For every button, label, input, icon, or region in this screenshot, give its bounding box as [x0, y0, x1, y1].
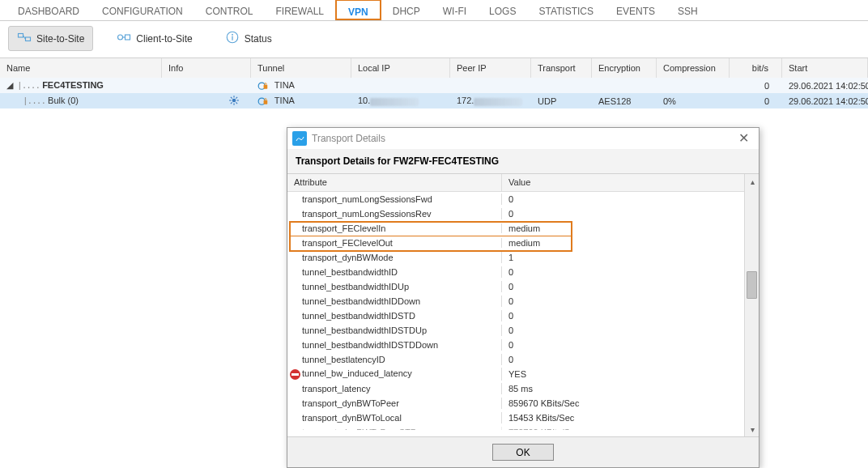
svg-rect-3 [126, 35, 130, 40]
tab-logs[interactable]: LOGS [478, 0, 527, 21]
tab-vpn[interactable]: VPN [335, 0, 381, 20]
transport-details-dialog: Transport Details ✕ Transport Details fo… [287, 127, 760, 468]
status-button[interactable]: Status [216, 26, 281, 51]
row-compression: 0% [657, 95, 730, 108]
attr-value: 0 [502, 208, 744, 219]
attr-name: transport_FEClevelIn [287, 223, 502, 233]
grid-header: Name Info Tunnel Local IP Peer IP Transp… [0, 58, 868, 78]
client-to-site-button[interactable]: Client-to-Site [108, 26, 201, 51]
lock-icon [257, 79, 269, 92]
vpn-sub-toolbar: Site-to-Site Client-to-Site Status [0, 21, 868, 57]
attr-col-attribute[interactable]: Attribute [287, 174, 502, 191]
scrollbar[interactable]: ▴ ▾ [744, 174, 759, 436]
attr-row[interactable]: tunnel_bw_induced_latencyYES [287, 367, 744, 381]
attr-row[interactable]: transport_FEClevelOutmedium [287, 236, 744, 250]
attr-row[interactable]: tunnel_bestbandwidthIDSTD0 [287, 308, 744, 323]
svg-line-15 [236, 102, 237, 104]
col-local-ip[interactable]: Local IP [351, 58, 450, 78]
scroll-up-icon[interactable]: ▴ [745, 174, 759, 189]
attr-row[interactable]: transport_dynBWToPeer859670 KBits/Sec [287, 396, 744, 411]
row-peer-ip: 172. [457, 96, 474, 105]
svg-line-16 [231, 102, 232, 104]
attr-value: 85 ms [502, 383, 744, 394]
app-icon [292, 131, 307, 146]
svg-rect-1 [26, 37, 31, 41]
tab-dhcp[interactable]: DHCP [381, 0, 432, 21]
attr-row[interactable]: tunnel_bestbandwidthID0 [287, 265, 744, 279]
row-local-ip: 10. [358, 96, 370, 105]
attr-value: 0 [502, 194, 744, 205]
col-compression[interactable]: Compression [657, 58, 730, 78]
attr-value: 0 [502, 310, 744, 321]
attr-value: medium [502, 238, 744, 248]
tab-events[interactable]: EVENTS [605, 0, 666, 21]
expand-triangle-icon[interactable]: ◢ [6, 80, 13, 91]
attr-value: 0 [502, 339, 744, 351]
tab-dashboard[interactable]: DASHBOARD [6, 0, 91, 21]
attr-name: transport_dynBWToPeerSTD [287, 427, 502, 430]
attr-name: tunnel_bestbandwidthIDSTDUp [287, 325, 502, 336]
svg-rect-19 [264, 100, 268, 104]
attr-row[interactable]: transport_dynBWToPeerSTD772702 KBits/Sec [287, 425, 744, 430]
attr-name: tunnel_bestlatencyID [287, 354, 502, 365]
dialog-titlebar[interactable]: Transport Details ✕ [287, 128, 759, 149]
tab-wifi[interactable]: WI-FI [432, 0, 478, 21]
table-row[interactable]: ◢ |.... FEC4TESTING TINA 0 29.06.2021 14… [0, 78, 868, 93]
attr-row[interactable]: tunnel_bestbandwidthIDSTDDown0 [287, 338, 744, 352]
tab-statistics[interactable]: STATISTICS [527, 0, 605, 21]
client-to-site-icon [117, 30, 131, 47]
attr-row[interactable]: tunnel_bestbandwidthIDUp0 [287, 279, 744, 294]
col-transport[interactable]: Transport [531, 58, 592, 78]
attr-row[interactable]: transport_numLongSessionsFwd0 [287, 192, 744, 206]
site-to-site-label: Site-to-Site [36, 33, 84, 45]
row-name: Bulk (0) [48, 96, 79, 105]
tab-configuration[interactable]: CONFIGURATION [91, 0, 194, 21]
attr-name: tunnel_bestbandwidthIDDown [287, 296, 502, 307]
tab-control[interactable]: CONTROL [194, 0, 265, 21]
scroll-thumb[interactable] [747, 271, 757, 299]
col-start[interactable]: Start [782, 58, 868, 78]
client-to-site-label: Client-to-Site [136, 33, 192, 45]
svg-point-5 [232, 34, 233, 36]
attr-value: 15453 KBits/Sec [502, 412, 744, 423]
attr-row[interactable]: transport_latency85 ms [287, 381, 744, 396]
attr-row[interactable]: transport_dynBWToLocal15453 KBits/Sec [287, 411, 744, 425]
svg-line-14 [231, 96, 232, 98]
col-peer-ip[interactable]: Peer IP [450, 58, 531, 78]
tab-ssh[interactable]: SSH [666, 0, 709, 21]
tab-firewall[interactable]: FIREWALL [264, 0, 335, 21]
attr-name: transport_dynBWMode [287, 252, 502, 263]
lock-icon [257, 95, 269, 108]
col-encryption[interactable]: Encryption [592, 58, 657, 78]
attr-value: 0 [502, 325, 744, 336]
attr-row[interactable]: transport_FEClevelInmedium [287, 221, 744, 236]
attr-value: YES [502, 368, 744, 380]
attr-row[interactable]: tunnel_bestlatencyID0 [287, 352, 744, 367]
attr-row[interactable]: tunnel_bestbandwidthIDSTDUp0 [287, 323, 744, 338]
dialog-heading: Transport Details for FW2FW-FEC4TESTING [287, 149, 759, 173]
svg-line-17 [236, 96, 237, 98]
table-row[interactable]: |.... Bulk (0) TINA 10. 172. UDP AES128 … [0, 93, 868, 108]
row-tunnel: TINA [274, 79, 295, 89]
attr-name: tunnel_bestbandwidthIDSTDDown [287, 339, 502, 351]
attr-row[interactable]: transport_numLongSessionsRev0 [287, 206, 744, 221]
row-tunnel: TINA [274, 95, 295, 104]
scroll-down-icon[interactable]: ▾ [745, 422, 759, 436]
close-icon[interactable]: ✕ [735, 132, 752, 145]
attr-row[interactable]: tunnel_bestbandwidthIDDown0 [287, 294, 744, 308]
col-bits[interactable]: bit/s [730, 58, 782, 78]
attr-name: tunnel_bestbandwidthIDUp [287, 281, 502, 292]
attr-rows: transport_numLongSessionsFwd0transport_n… [287, 192, 744, 430]
redacted-ip [474, 98, 522, 106]
ok-button[interactable]: OK [492, 444, 554, 461]
col-name[interactable]: Name [0, 58, 162, 78]
site-to-site-button[interactable]: Site-to-Site [8, 26, 93, 51]
attr-name: transport_FEClevelOut [287, 238, 502, 248]
col-info[interactable]: Info [162, 58, 251, 78]
attr-col-value[interactable]: Value [502, 174, 744, 191]
gear-icon[interactable] [228, 95, 240, 108]
row-transport: UDP [531, 95, 592, 108]
col-tunnel[interactable]: Tunnel [251, 58, 351, 78]
info-icon [225, 30, 240, 47]
attr-row[interactable]: transport_dynBWMode1 [287, 250, 744, 265]
